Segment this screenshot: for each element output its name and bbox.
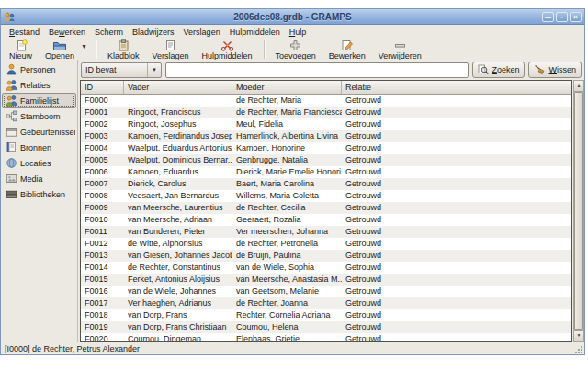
resize-grip-icon[interactable]	[575, 345, 583, 353]
verslagen-button[interactable]: Verslagen	[146, 39, 196, 61]
column-header-moeder[interactable]: Moeder	[232, 81, 342, 94]
table-row[interactable]: F0007Dierick, CarolusBaert, Maria Caroli…	[81, 178, 571, 190]
cell-moeder: Elenbaas, Grietje	[232, 333, 342, 342]
verwijderen-button[interactable]: Verwijderen	[372, 39, 428, 61]
clear-button[interactable]: Wissen	[528, 62, 582, 78]
scrollbar-thumb[interactable]	[574, 92, 583, 330]
table-row[interactable]: F0010van Meersche, AdriaanGeeraert, Roza…	[81, 214, 571, 226]
cell-relatie: Getrouwd	[342, 142, 571, 154]
cell-vader	[124, 95, 232, 107]
table-row[interactable]: F0019van Dorp, Frans ChristiaanCoumou, H…	[81, 321, 571, 333]
minimize-button[interactable]: —	[542, 12, 554, 22]
cell-vader: Waelput, Dominicus Bernar...	[124, 154, 232, 166]
cell-moeder: Kamoen, Honorine	[232, 142, 342, 154]
vertical-scrollbar[interactable]: ▲ ▼	[573, 80, 584, 342]
scroll-up-icon[interactable]: ▲	[574, 81, 583, 92]
scroll-down-icon[interactable]: ▼	[574, 330, 583, 341]
search-button[interactable]: Zoeken	[472, 62, 525, 78]
table-row[interactable]: F0013van Giesen, Johannes Jacobusde Brui…	[81, 250, 571, 262]
menu-hulpmiddelen[interactable]: Hulpmiddelen	[225, 27, 285, 38]
openen-button[interactable]: Openen	[39, 39, 81, 61]
cell-relatie: Getrouwd	[342, 297, 571, 309]
sidebar-item-label: Familielijst	[20, 96, 59, 106]
cell-moeder: van Geetsom, Melanie	[232, 286, 342, 297]
table-row[interactable]: F0000de Rechter, MariaGetrouwd	[81, 95, 571, 107]
sidebar-item-relaties[interactable]: Relaties	[2, 77, 76, 93]
cell-id: F0012	[81, 238, 124, 250]
table-row[interactable]: F0018van Dorp, FransRechter, Cornelia Ad…	[81, 309, 571, 321]
table-row[interactable]: F0015Ferket, Antonius Aloijsiusvan Meers…	[81, 274, 571, 286]
sidebar-item-label: Locaties	[20, 159, 51, 168]
cell-id: F0018	[81, 309, 124, 321]
table-header: IDVaderMoederRelatie	[81, 81, 571, 95]
table-row[interactable]: F0003Kamoen, Ferdinandus Josep...Hamerli…	[81, 130, 571, 142]
table-row[interactable]: F0001Ringoot, Franciscusde Rechter, Mari…	[81, 107, 571, 118]
table-row[interactable]: F0008Veesaert, Jan BernardusWillems, Mar…	[81, 190, 571, 202]
sidebar-item-personen[interactable]: Personen	[2, 62, 76, 77]
column-header-id[interactable]: ID	[81, 81, 124, 94]
cell-vader: de Witte, Alphonsius	[124, 238, 232, 250]
table-row[interactable]: F0011van Bunderen, PieterVer meerschen, …	[81, 226, 571, 238]
nieuw-button[interactable]: Nieuw	[3, 39, 39, 61]
gramps-window: 2006dec08.grdb - GRAMPS —▫✕ BestandBewer…	[0, 8, 585, 355]
table-row[interactable]: F0002Ringoot, JosephusMeul, FideliaGetro…	[81, 118, 571, 130]
hulpmiddelen-button[interactable]: Hulpmiddelen	[196, 39, 259, 61]
maximize-button[interactable]: ▫	[556, 12, 568, 22]
cell-relatie: Getrouwd	[342, 190, 571, 202]
sidebar-item-media[interactable]: Media	[2, 171, 76, 186]
repositories-icon	[6, 188, 17, 200]
cell-vader: Veesaert, Jan Bernardus	[124, 190, 232, 202]
cell-id: F0005	[81, 154, 124, 166]
title-bar[interactable]: 2006dec08.grdb - GRAMPS —▫✕	[1, 9, 584, 25]
cell-moeder: de Rechter, Joanna	[232, 297, 342, 309]
table-row[interactable]: F0014de Rechter, Constantinusvan de Wiel…	[81, 262, 571, 274]
table-row[interactable]: F0009van Meersche, Laurentiusde Rechter,…	[81, 202, 571, 214]
table-row[interactable]: F0004Waelput, Eduardus AntoniusKamoen, H…	[81, 142, 571, 154]
table-row[interactable]: F0016van de Wiele, Johannesvan Geetsom, …	[81, 286, 571, 297]
toevoegen-button[interactable]: Toevoegen	[269, 39, 322, 61]
cell-moeder: Hamerlinck, Albertina Livina	[232, 130, 342, 142]
kladblok-button[interactable]: Kladblok	[101, 39, 146, 61]
cell-relatie: Getrouwd	[342, 118, 571, 130]
cell-moeder: Baert, Maria Carolina	[232, 178, 342, 190]
cell-vader: Ringoot, Josephus	[124, 118, 232, 130]
menu-bewerken[interactable]: Bewerken	[44, 27, 90, 38]
table-row[interactable]: F0020Coumou, DingemanElenbaas, GrietjeGe…	[81, 333, 571, 342]
table-row[interactable]: F0012de Witte, Alphonsiusde Rechter, Pet…	[81, 238, 571, 250]
cell-relatie: Getrouwd	[342, 107, 571, 118]
sidebar-item-bronnen[interactable]: Bronnen	[2, 140, 76, 155]
table-row[interactable]: F0017Ver haeghen, Adrianusde Rechter, Jo…	[81, 297, 571, 309]
sidebar-item-gebeurtenissen[interactable]: Gebeurtenissen	[2, 124, 76, 140]
search-input[interactable]	[165, 62, 469, 78]
family-list-icon	[6, 95, 17, 107]
sidebar-item-stamboom[interactable]: Stamboom	[2, 108, 76, 124]
menu-bladwijzers[interactable]: Bladwijzers	[128, 27, 179, 38]
cell-id: F0008	[81, 190, 124, 202]
menu-bestand[interactable]: Bestand	[5, 27, 44, 38]
sidebar-item-locaties[interactable]: Locaties	[2, 155, 76, 171]
sidebar-item-bibliotheken[interactable]: Bibliotheken	[2, 186, 76, 202]
cell-moeder: de Rechter, Maria Franciesca	[232, 107, 342, 118]
window-title: 2006dec08.grdb - GRAMPS	[1, 12, 584, 22]
cell-moeder: van Meersche, Anastasia M...	[232, 274, 342, 286]
filter-field-value: ID bevat	[82, 65, 147, 74]
column-header-vader[interactable]: Vader	[124, 81, 232, 94]
menu-scherm[interactable]: Scherm	[90, 27, 128, 38]
open-dropdown-arrow-icon[interactable]: ▼	[81, 39, 91, 61]
remove-icon	[394, 39, 406, 51]
table-row[interactable]: F0005Waelput, Dominicus Bernar...Genbrug…	[81, 154, 571, 166]
clear-button-label: Wissen	[548, 65, 576, 74]
cell-relatie: Getrouwd	[342, 250, 571, 262]
filter-field-select[interactable]: ID bevat ▼	[81, 62, 162, 78]
menu-hulp[interactable]: Hulp	[285, 27, 311, 38]
close-button[interactable]: ✕	[570, 12, 582, 22]
cell-relatie: Getrouwd	[342, 214, 571, 226]
cell-moeder: de Rechter, Maria	[232, 95, 342, 107]
bewerken-button[interactable]: Bewerken	[322, 39, 372, 61]
table-row[interactable]: F0006Kamoen, EduardusDierick, Marie Emel…	[81, 166, 571, 178]
cell-moeder: van de Wiele, Sophia	[232, 262, 342, 274]
sidebar-item-familielijst[interactable]: Familielijst	[2, 93, 76, 108]
toolbar-group: KladblokVerslagenHulpmiddelen	[101, 39, 259, 61]
column-header-relatie[interactable]: Relatie	[342, 81, 571, 94]
menu-verslagen[interactable]: Verslagen	[179, 27, 225, 38]
